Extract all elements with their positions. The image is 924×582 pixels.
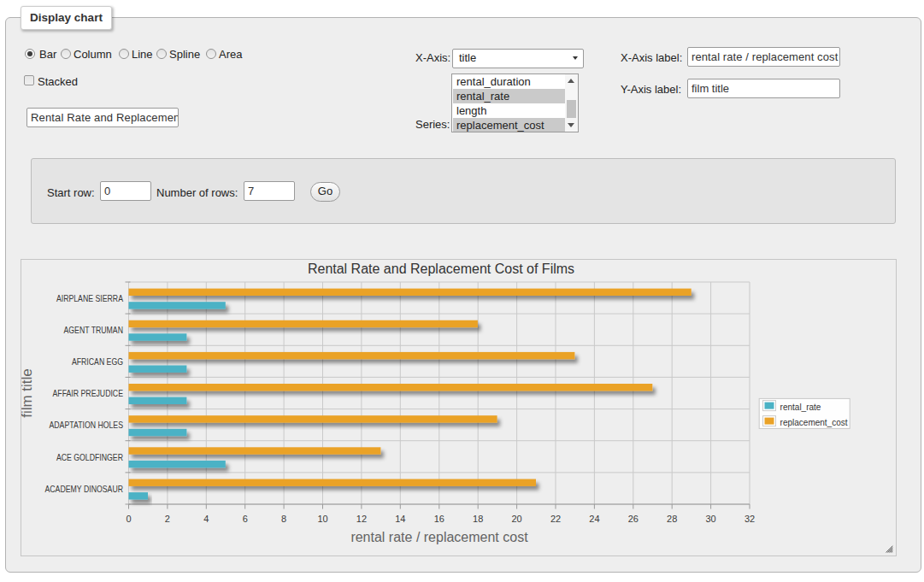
svg-text:AGENT TRUMAN: AGENT TRUMAN: [64, 325, 124, 335]
svg-text:12: 12: [356, 514, 367, 524]
svg-text:8: 8: [281, 514, 286, 524]
svg-text:AIRPLANE SIERRA: AIRPLANE SIERRA: [56, 293, 124, 303]
svg-text:rental_rate: rental_rate: [780, 403, 821, 412]
svg-text:ACE GOLDFINGER: ACE GOLDFINGER: [56, 452, 123, 462]
svg-text:14: 14: [395, 514, 405, 524]
svg-text:film title: film title: [21, 368, 35, 418]
svg-text:0: 0: [126, 514, 131, 524]
svg-text:replacement_cost: replacement_cost: [780, 418, 848, 427]
svg-text:16: 16: [434, 514, 444, 524]
svg-text:6: 6: [243, 514, 248, 524]
svg-text:2: 2: [165, 514, 170, 524]
svg-text:32: 32: [744, 514, 755, 524]
svg-text:28: 28: [667, 514, 677, 524]
svg-text:18: 18: [473, 514, 483, 524]
svg-text:ACADEMY DINOSAUR: ACADEMY DINOSAUR: [45, 484, 124, 494]
svg-text:ADAPTATION HOLES: ADAPTATION HOLES: [50, 420, 124, 430]
svg-text:26: 26: [628, 514, 639, 524]
svg-text:Rental Rate and Replacement Co: Rental Rate and Replacement Cost of Film…: [308, 262, 574, 276]
svg-text:22: 22: [550, 514, 561, 524]
svg-text:AFRICAN EGG: AFRICAN EGG: [72, 356, 123, 367]
svg-text:AFFAIR PREJUDICE: AFFAIR PREJUDICE: [53, 388, 124, 398]
svg-text:10: 10: [317, 514, 327, 524]
svg-text:rental rate / replacement cost: rental rate / replacement cost: [350, 530, 528, 544]
svg-text:4: 4: [203, 514, 209, 524]
svg-text:20: 20: [511, 514, 521, 524]
svg-text:30: 30: [705, 514, 715, 524]
svg-text:24: 24: [589, 514, 599, 524]
